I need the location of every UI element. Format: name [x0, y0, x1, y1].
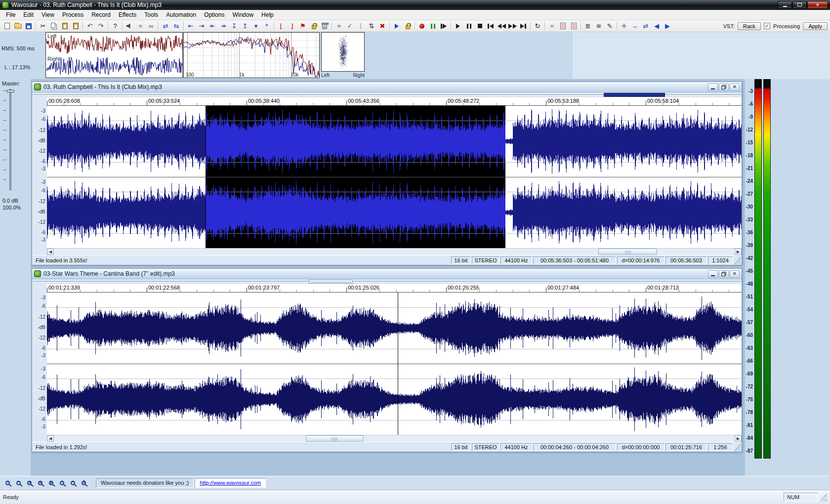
- overview-thumb[interactable]: [604, 93, 664, 97]
- toolbar-play-button[interactable]: [453, 21, 463, 31]
- toolbar-new-file-button[interactable]: [1, 21, 12, 31]
- scroll-right-button[interactable]: ▶: [735, 435, 742, 442]
- minimize-button[interactable]: [778, 1, 792, 9]
- toolbar-filter-wave-button[interactable]: ≋: [593, 21, 604, 31]
- timeline-ruler[interactable]: 00:01:21:33900:01:22:56800:01:23:79700:0…: [47, 284, 742, 293]
- toolbar-forward-button[interactable]: [507, 21, 518, 31]
- toolbar-move-cross-button[interactable]: ✛: [619, 21, 629, 31]
- toolbar-marker-prev-button[interactable]: ↞: [207, 21, 218, 31]
- scroll-track[interactable]: [54, 249, 735, 255]
- toolbar-open-file-button[interactable]: [12, 21, 23, 31]
- child-minimize-button[interactable]: [708, 270, 718, 278]
- toolbar-paste-button[interactable]: [59, 21, 70, 31]
- child-window-titlebar[interactable]: 03. Ruth Campbell - This Is It (Club Mix…: [32, 82, 742, 92]
- toolbar-loop-start-button[interactable]: ⌊: [276, 21, 287, 31]
- toolbar-stretch-button[interactable]: ↔: [629, 21, 640, 31]
- toolbar-marker-delete-button[interactable]: ↥: [240, 21, 250, 31]
- toolbar-draw-pencil-button[interactable]: ✎: [604, 21, 615, 31]
- toolbar-lock-button[interactable]: [308, 21, 319, 31]
- child-window-titlebar[interactable]: 03-Star Wars Theme - Cantina Band (7'' e…: [32, 269, 742, 279]
- zoom-reset-button[interactable]: 1: [78, 478, 89, 489]
- toolbar-undo-button[interactable]: ↶: [84, 21, 95, 31]
- toolbar-delete-selection-button[interactable]: [319, 21, 330, 31]
- child-close-button[interactable]: ✕: [730, 270, 740, 278]
- toolbar-pause-record-button[interactable]: [427, 21, 438, 31]
- toolbar-copy-button[interactable]: [48, 21, 59, 31]
- menu-file[interactable]: File: [2, 10, 19, 19]
- child-restore-button[interactable]: [719, 270, 729, 278]
- toolbar-go-end-button[interactable]: [518, 21, 529, 31]
- toolbar-chain-link-button[interactable]: ∞: [146, 21, 157, 31]
- resize-grip[interactable]: [820, 493, 827, 502]
- processing-checkbox[interactable]: [764, 23, 770, 29]
- zoom-in-button[interactable]: +: [2, 478, 13, 489]
- toolbar-marker-flag-button[interactable]: ⚑: [297, 21, 308, 31]
- toolbar-loop-playback-button[interactable]: ↻: [532, 21, 543, 31]
- menu-effects[interactable]: Effects: [115, 10, 140, 19]
- menu-tools[interactable]: Tools: [140, 10, 162, 19]
- vst-rack-button[interactable]: Rack: [738, 22, 761, 30]
- menu-view[interactable]: View: [38, 10, 58, 19]
- menu-process[interactable]: Process: [58, 10, 87, 19]
- toolbar-filter-list-button[interactable]: ≣: [582, 21, 593, 31]
- toolbar-loop-end-button[interactable]: ⌋: [287, 21, 297, 31]
- toolbar-redo-button[interactable]: ↷: [95, 21, 106, 31]
- toolbar-swap-channels-button[interactable]: ⇄: [160, 21, 171, 31]
- menu-options[interactable]: Options: [200, 10, 228, 19]
- toolbar-marker-next-button[interactable]: ↠: [218, 21, 229, 31]
- toolbar-paste-new-button[interactable]: [70, 21, 81, 31]
- titlebar[interactable]: Wavosaur - 03. Ruth Campbell - This Is I…: [0, 0, 830, 10]
- close-button[interactable]: ✕: [807, 1, 828, 9]
- zoom-out-button[interactable]: −: [13, 478, 24, 489]
- menu-help[interactable]: Help: [257, 10, 278, 19]
- master-volume-slider[interactable]: [3, 89, 18, 190]
- toolbar-go-start-button[interactable]: [485, 21, 496, 31]
- overview-strip[interactable]: [32, 92, 742, 97]
- waveform-view[interactable]: [47, 293, 742, 435]
- zoom-all-button[interactable]: a: [35, 478, 45, 489]
- apply-button[interactable]: Apply: [803, 22, 828, 30]
- waveform-canvas[interactable]: [47, 293, 742, 435]
- toolbar-stop-button[interactable]: [474, 21, 485, 31]
- toolbar-next-file-button[interactable]: ▶: [662, 21, 673, 31]
- toolbar-help-button[interactable]: ?: [110, 21, 121, 31]
- scroll-right-button[interactable]: ▶: [735, 249, 742, 255]
- zoom-vertical-out-button[interactable]: −: [67, 478, 78, 489]
- window-resize-grip[interactable]: [734, 443, 741, 451]
- overview-strip[interactable]: [32, 279, 742, 284]
- toolbar-batch-processor-button[interactable]: [568, 21, 579, 31]
- toolbar-prev-file-button[interactable]: ◀: [651, 21, 662, 31]
- scroll-left-button[interactable]: ◀: [47, 249, 54, 255]
- toolbar-cut-button[interactable]: ✂: [38, 21, 48, 31]
- toolbar-statistics-button[interactable]: [557, 21, 568, 31]
- toolbar-save-file-button[interactable]: [23, 21, 34, 31]
- toolbar-snap-toggle-button[interactable]: ＊: [261, 21, 272, 31]
- child-minimize-button[interactable]: [708, 84, 718, 91]
- toolbar-region-select-button[interactable]: ▾: [250, 21, 261, 31]
- scroll-track[interactable]: [54, 435, 735, 442]
- toolbar-exchange-button[interactable]: ⇄: [640, 21, 651, 31]
- scroll-thumb[interactable]: [306, 435, 364, 442]
- menu-automation[interactable]: Automation: [162, 10, 200, 19]
- toolbar-marker-add-button[interactable]: ↧: [229, 21, 240, 31]
- toolbar-more-options-button[interactable]: ⋮: [355, 21, 366, 31]
- menu-record[interactable]: Record: [87, 10, 115, 19]
- timeline-ruler[interactable]: 00:05:28:60800:05:33:52400:05:38:44000:0…: [47, 97, 742, 106]
- toolbar-marker-end-button[interactable]: ⇥: [196, 21, 207, 31]
- maximize-button[interactable]: [792, 1, 807, 9]
- horizontal-scrollbar[interactable]: ◀▶: [47, 248, 742, 255]
- toolbar-lock-playback-button[interactable]: [402, 21, 413, 31]
- waveform-view[interactable]: [47, 106, 742, 248]
- waveform-canvas[interactable]: [47, 106, 742, 248]
- toolbar-play-from-marker-button[interactable]: [438, 21, 449, 31]
- toolbar-marker-start-button[interactable]: ⇤: [185, 21, 196, 31]
- wavosaur-link[interactable]: http://www.wavosaur.com: [200, 480, 261, 486]
- overview-thumb[interactable]: [309, 280, 353, 284]
- zoom-selection-button[interactable]: s: [24, 478, 35, 489]
- toolbar-vertical-fit-button[interactable]: ⇅: [366, 21, 377, 31]
- toolbar-play-embed-button[interactable]: [391, 21, 402, 31]
- toolbar-rewind-button[interactable]: [496, 21, 507, 31]
- menu-window[interactable]: Window: [228, 10, 257, 19]
- child-restore-button[interactable]: [719, 84, 729, 91]
- toolbar-copy-channel-button[interactable]: ⇆: [171, 21, 182, 31]
